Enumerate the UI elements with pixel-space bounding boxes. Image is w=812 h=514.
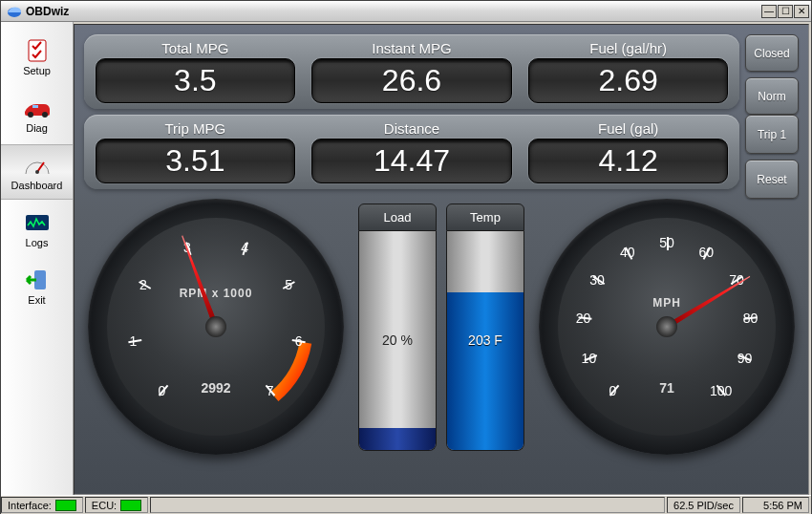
temp-bar-text: 203 F bbox=[447, 332, 524, 348]
window: OBDwiz — ☐ ✕ Setup Diag Dashboard Logs bbox=[0, 0, 812, 514]
panel-value: 2.69 bbox=[599, 63, 658, 97]
dashboard-content: Total MPG 3.5 Instant MPG 26.6 Fuel (gal… bbox=[74, 24, 809, 495]
panel-fuel-gal: Fuel (gal) 4.12 bbox=[523, 120, 734, 183]
panel-label: Fuel (gal) bbox=[598, 120, 658, 137]
rpm-label: RPM x 1000 bbox=[88, 287, 344, 300]
trip-buttons: Trip 1 Reset bbox=[745, 115, 799, 199]
logs-icon bbox=[23, 210, 52, 235]
load-bar-text: 20 % bbox=[359, 332, 436, 348]
rpm-value: 2992 bbox=[88, 380, 344, 396]
diag-icon bbox=[23, 96, 52, 120]
gauge-number: 40 bbox=[616, 245, 639, 260]
closed-button[interactable]: Closed bbox=[745, 34, 799, 72]
gauge-number: 50 bbox=[655, 235, 678, 250]
sidebar-item-label: Exit bbox=[28, 294, 45, 306]
panel-value: 3.5 bbox=[174, 63, 216, 97]
status-interface: Interface: bbox=[1, 497, 83, 513]
sidebar-item-dashboard[interactable]: Dashboard bbox=[1, 144, 73, 200]
panel-value: 26.6 bbox=[382, 63, 441, 97]
sidebar: Setup Diag Dashboard Logs Exit bbox=[1, 22, 74, 495]
gauge-number: 60 bbox=[694, 245, 717, 260]
setup-icon bbox=[23, 38, 52, 63]
gauge-number: 6 bbox=[288, 333, 310, 349]
panel-label: Total MPG bbox=[161, 40, 228, 56]
gauge-number: 7 bbox=[259, 383, 282, 398]
panel-trip-mpg: Trip MPG 3.51 bbox=[90, 120, 301, 183]
mph-label: MPH bbox=[539, 296, 795, 310]
svg-point-5 bbox=[35, 170, 39, 174]
gauge-number: 30 bbox=[586, 272, 609, 288]
close-button[interactable]: ✕ bbox=[794, 5, 809, 18]
rpm-gauge: RPM x 1000 2992 01234567 bbox=[88, 199, 344, 455]
minimize-button[interactable]: — bbox=[761, 5, 777, 18]
sidebar-item-label: Logs bbox=[26, 237, 49, 248]
svg-point-2 bbox=[28, 112, 33, 118]
load-bar-label: Load bbox=[358, 203, 437, 231]
panel-label: Fuel (gal/hr) bbox=[589, 40, 667, 56]
gauge-hub bbox=[656, 316, 677, 337]
gauge-number: 5 bbox=[277, 277, 300, 292]
gauge-number: 100 bbox=[710, 383, 733, 398]
panel-instant-mpg: Instant MPG 26.6 bbox=[307, 40, 518, 103]
temp-bar-label: Temp bbox=[446, 203, 524, 231]
dashboard-icon bbox=[23, 153, 52, 178]
status-ecu: ECU: bbox=[85, 497, 148, 513]
status-spacer bbox=[150, 497, 665, 513]
gauge-number: 0 bbox=[601, 383, 624, 398]
mph-value: 71 bbox=[539, 380, 795, 396]
svg-rect-4 bbox=[32, 105, 38, 108]
temp-bar: Temp 203 F bbox=[446, 203, 524, 451]
sidebar-item-label: Dashboard bbox=[11, 180, 63, 191]
gauge-number: 0 bbox=[150, 383, 173, 398]
panel-total-mpg: Total MPG 3.5 bbox=[90, 40, 301, 103]
sidebar-item-exit[interactable]: Exit bbox=[1, 259, 73, 314]
window-title: OBDwiz bbox=[26, 5, 761, 18]
exit-icon bbox=[23, 268, 52, 292]
top-readouts-row: Total MPG 3.5 Instant MPG 26.6 Fuel (gal… bbox=[84, 34, 739, 109]
panel-label: Distance bbox=[384, 120, 439, 137]
maximize-button[interactable]: ☐ bbox=[778, 5, 793, 18]
load-bar: Load 20 % bbox=[358, 203, 437, 451]
titlebar[interactable]: OBDwiz — ☐ ✕ bbox=[1, 1, 811, 22]
sidebar-item-logs[interactable]: Logs bbox=[1, 202, 73, 257]
gauge-number: 80 bbox=[739, 311, 762, 326]
app-icon bbox=[7, 4, 22, 19]
sidebar-item-label: Setup bbox=[23, 65, 51, 76]
gauge-number: 90 bbox=[734, 351, 757, 366]
mph-gauge: MPH 71 0102030405060708090100 bbox=[539, 199, 795, 455]
svg-point-3 bbox=[42, 112, 48, 118]
loop-buttons: Closed Norm bbox=[745, 34, 799, 115]
gauge-number: 1 bbox=[121, 333, 144, 349]
status-pid-rate: 62.5 PID/sec bbox=[667, 497, 740, 513]
gauge-number: 2 bbox=[132, 277, 155, 292]
panel-value: 14.47 bbox=[374, 143, 450, 178]
status-bar: Interface: ECU: 62.5 PID/sec 5:56 PM bbox=[1, 495, 811, 514]
gauge-number: 10 bbox=[577, 351, 600, 366]
reset-button[interactable]: Reset bbox=[745, 160, 799, 199]
gauge-number: 20 bbox=[571, 311, 594, 326]
gauge-number: 4 bbox=[233, 240, 256, 255]
gauge-hub bbox=[205, 316, 226, 337]
panel-value: 3.51 bbox=[165, 143, 224, 178]
trip-button[interactable]: Trip 1 bbox=[745, 115, 799, 154]
panel-distance: Distance 14.47 bbox=[307, 120, 518, 183]
sidebar-item-label: Diag bbox=[26, 122, 48, 134]
norm-button[interactable]: Norm bbox=[745, 77, 799, 115]
svg-rect-1 bbox=[29, 40, 46, 61]
trip-readouts-row: Trip MPG 3.51 Distance 14.47 Fuel (gal) … bbox=[84, 115, 739, 189]
panel-label: Instant MPG bbox=[372, 40, 451, 56]
status-clock: 5:56 PM bbox=[742, 497, 809, 513]
panel-label: Trip MPG bbox=[165, 120, 226, 137]
window-controls: — ☐ ✕ bbox=[761, 5, 809, 18]
panel-fuel-rate: Fuel (gal/hr) 2.69 bbox=[523, 40, 734, 103]
sidebar-item-setup[interactable]: Setup bbox=[1, 30, 73, 85]
panel-value: 4.12 bbox=[599, 143, 658, 178]
sidebar-item-diag[interactable]: Diag bbox=[1, 87, 73, 142]
